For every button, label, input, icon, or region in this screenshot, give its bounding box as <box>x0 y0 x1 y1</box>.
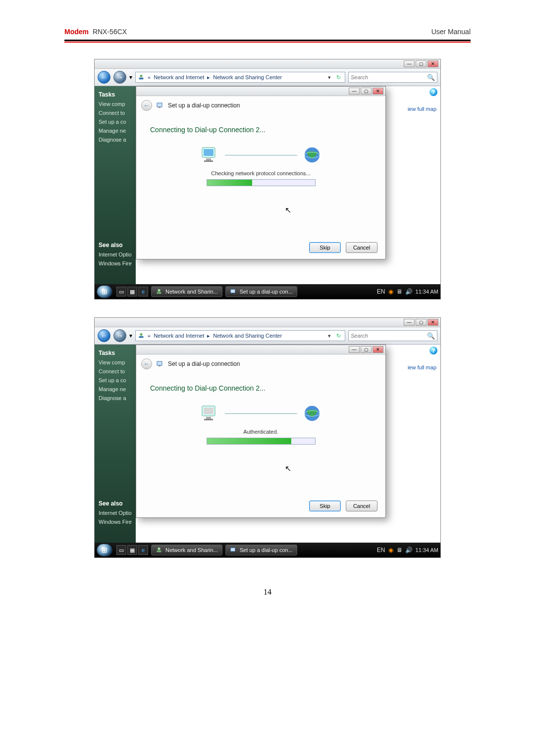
breadcrumb-item-2[interactable]: Network and Sharing Center <box>213 333 282 339</box>
cancel-button[interactable]: Cancel <box>346 242 377 253</box>
see-also-internet-options[interactable]: Internet Options <box>99 252 132 257</box>
skip-button[interactable]: Skip <box>309 501 341 511</box>
tray-volume-icon[interactable]: 🔊 <box>405 547 413 554</box>
breadcrumb-item-1[interactable]: Network and Internet <box>154 333 204 339</box>
search-icon[interactable]: 🔍 <box>427 332 435 340</box>
ql-ie-icon[interactable]: e <box>138 545 148 555</box>
sidebar-item-connect-to[interactable]: Connect to <box>99 368 132 374</box>
breadcrumb-sep: ▸ <box>207 74 210 81</box>
taskbar-btn-1-label: Network and Sharin... <box>165 547 218 553</box>
ql-ie-icon[interactable]: e <box>138 287 148 297</box>
refresh-icon[interactable]: ↻ <box>334 74 343 81</box>
nav-forward-button[interactable]: → <box>113 329 126 342</box>
breadcrumb-bar[interactable]: « Network and Internet ▸ Network and Sha… <box>135 72 345 83</box>
cursor-icon: ↖ <box>285 205 291 215</box>
breadcrumb-dropdown[interactable]: ▾ <box>328 333 331 339</box>
skip-button[interactable]: Skip <box>309 242 341 253</box>
tray-clock[interactable]: 11:34 AM <box>416 289 438 295</box>
view-full-map-link[interactable]: iew full map <box>408 364 436 370</box>
dialog-maximize-button[interactable]: ▢ <box>361 88 372 95</box>
svg-rect-0 <box>139 78 144 80</box>
search-box[interactable]: 🔍 <box>348 72 437 83</box>
view-full-map-link[interactable]: iew full map <box>408 106 436 112</box>
ql-switch-windows[interactable]: ▦ <box>127 287 137 297</box>
see-also-internet-options[interactable]: Internet Options <box>99 510 132 516</box>
sidebar-item-diagnose[interactable]: Diagnose a <box>99 395 132 401</box>
tray-language-icon[interactable]: EN <box>377 288 385 295</box>
dialog-back-button[interactable]: ← <box>141 100 152 111</box>
sidebar-item-manage-network[interactable]: Manage ne <box>99 128 132 134</box>
restore-button[interactable]: ▢ <box>416 60 427 67</box>
start-button[interactable]: ⊞ <box>97 544 112 556</box>
dialog-close-button[interactable]: ✕ <box>373 346 383 353</box>
tasks-sidebar: Tasks View comp Connect to Set up a co M… <box>95 345 136 543</box>
sidebar-item-view-computers[interactable]: View comp <box>99 359 132 365</box>
close-button[interactable]: ✕ <box>428 60 438 67</box>
dialog-minimize-button[interactable]: — <box>349 88 360 95</box>
help-icon[interactable]: ? <box>429 347 437 354</box>
restore-button[interactable]: ▢ <box>416 319 427 326</box>
dialog-title: Set up a dial-up connection <box>168 102 240 109</box>
see-also-windows-firewall[interactable]: Windows Firewall <box>99 260 132 266</box>
breadcrumb-bar[interactable]: « Network and Internet ▸ Network and Sha… <box>135 330 345 341</box>
start-button[interactable]: ⊞ <box>97 285 112 298</box>
svg-rect-23 <box>157 551 161 553</box>
nav-back-button[interactable]: ← <box>98 329 110 342</box>
taskbar-btn-dialup-wizard[interactable]: Set up a dial-up con... <box>225 545 297 555</box>
sidebar-item-diagnose[interactable]: Diagnose a <box>99 137 132 143</box>
tray-volume-icon[interactable]: 🔊 <box>405 288 413 295</box>
tray-security-icon[interactable]: ◉ <box>388 288 393 295</box>
taskbar-btn-dialup-wizard[interactable]: Set up a dial-up con... <box>225 286 297 297</box>
search-input[interactable] <box>351 333 425 339</box>
tray-security-icon[interactable]: ◉ <box>388 547 393 554</box>
svg-rect-16 <box>159 365 160 366</box>
search-input[interactable] <box>351 74 425 80</box>
taskbar-btn-2-label: Set up a dial-up con... <box>240 289 293 295</box>
svg-point-14 <box>140 333 142 336</box>
system-tray[interactable]: EN ◉ 🖥 🔊 11:34 AM <box>377 288 438 295</box>
dialog-maximize-button[interactable]: ▢ <box>361 346 372 353</box>
taskbar-btn-network-sharing[interactable]: Network and Sharin... <box>151 286 222 297</box>
nav-forward-button[interactable]: → <box>113 71 126 84</box>
dialup-wizard-dialog: — ▢ ✕ ← Set up a dial-up connection Conn… <box>136 86 386 259</box>
tray-network-icon[interactable]: 🖥 <box>396 288 402 295</box>
tray-clock[interactable]: 11:34 AM <box>416 547 438 553</box>
computer-icon <box>199 146 221 164</box>
screenshot-2: — ▢ ✕ ← → ▾ « Network and Internet ▸ Net… <box>64 317 471 558</box>
dialog-minimize-button[interactable]: — <box>349 346 360 353</box>
svg-point-24 <box>158 548 160 550</box>
sidebar-item-connect-to[interactable]: Connect to <box>99 110 132 116</box>
search-icon[interactable]: 🔍 <box>427 74 435 81</box>
ql-switch-windows[interactable]: ▦ <box>127 545 137 555</box>
nav-history-dropdown[interactable]: ▾ <box>129 74 132 81</box>
minimize-button[interactable]: — <box>404 319 415 326</box>
ql-show-desktop[interactable]: ▭ <box>116 545 126 555</box>
cancel-button[interactable]: Cancel <box>346 501 377 511</box>
windows-logo-icon: ⊞ <box>102 546 107 554</box>
address-bar: ← → ▾ « Network and Internet ▸ Network a… <box>95 327 440 345</box>
minimize-button[interactable]: — <box>404 60 415 67</box>
sidebar-item-set-up-connection[interactable]: Set up a co <box>99 377 132 383</box>
sidebar-item-manage-network[interactable]: Manage ne <box>99 386 132 392</box>
tray-network-icon[interactable]: 🖥 <box>396 547 402 554</box>
refresh-icon[interactable]: ↻ <box>334 333 343 339</box>
sidebar-item-set-up-connection[interactable]: Set up a co <box>99 119 132 125</box>
search-box[interactable]: 🔍 <box>348 330 437 341</box>
nav-back-button[interactable]: ← <box>98 71 110 84</box>
taskbar-btn-network-sharing[interactable]: Network and Sharin... <box>151 545 222 555</box>
ql-show-desktop[interactable]: ▭ <box>116 287 126 297</box>
dialog-back-button[interactable]: ← <box>141 358 152 369</box>
breadcrumb-dropdown[interactable]: ▾ <box>328 74 331 81</box>
nav-history-dropdown[interactable]: ▾ <box>129 332 132 339</box>
close-button[interactable]: ✕ <box>428 319 438 326</box>
system-tray[interactable]: EN ◉ 🖥 🔊 11:34 AM <box>377 547 438 554</box>
see-also-windows-firewall[interactable]: Windows Firewall <box>99 519 132 525</box>
breadcrumb-item-1[interactable]: Network and Internet <box>154 74 204 80</box>
breadcrumb-item-2[interactable]: Network and Sharing Center <box>213 74 282 80</box>
windows-logo-icon: ⊞ <box>102 288 107 296</box>
sidebar-item-view-computers[interactable]: View comp <box>99 101 132 107</box>
help-icon[interactable]: ? <box>429 88 437 96</box>
tray-language-icon[interactable]: EN <box>377 547 385 554</box>
computer-icon <box>199 404 221 423</box>
dialog-close-button[interactable]: ✕ <box>373 88 383 95</box>
